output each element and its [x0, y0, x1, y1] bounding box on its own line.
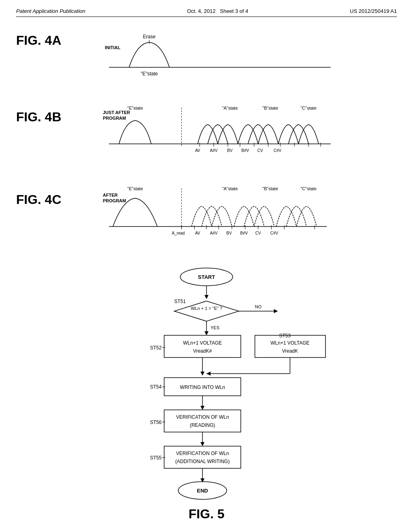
- fig5-section: START ST51 WLn + 1 = "E" ? YES NO ST53 W…: [16, 265, 397, 522]
- svg-text:WLn+1 VOLTAGE: WLn+1 VOLTAGE: [271, 340, 310, 346]
- svg-marker-60: [274, 309, 278, 313]
- svg-text:A#V: A#V: [210, 148, 218, 153]
- fig4a-section: FIG. 4A INITIAL Erase "E"state: [16, 29, 397, 85]
- svg-text:YES: YES: [211, 325, 219, 330]
- svg-text:B#V: B#V: [242, 148, 249, 153]
- fig4b-label: FIG. 4B: [16, 110, 61, 125]
- svg-text:B#V: B#V: [240, 231, 248, 235]
- svg-text:A_read: A_read: [172, 231, 185, 235]
- fig4b-diagram: "E"state "A"state "B"state "C"state: [56, 104, 339, 166]
- svg-text:"B"state: "B"state: [263, 186, 278, 191]
- svg-text:(ADDITIONAL WRITING): (ADDITIONAL WRITING): [175, 459, 230, 464]
- svg-text:ST56: ST56: [150, 420, 162, 425]
- svg-text:"A"state: "A"state: [222, 106, 238, 110]
- header-right: US 2012/250419 A1: [350, 8, 397, 14]
- svg-text:VERIFICATION OF WLn: VERIFICATION OF WLn: [176, 414, 229, 420]
- svg-text:AV: AV: [195, 148, 200, 153]
- svg-text:"C"state: "C"state: [300, 186, 317, 191]
- svg-text:"B"state: "B"state: [263, 106, 278, 110]
- svg-text:"E"state: "E"state: [127, 106, 143, 110]
- svg-text:"E"state: "E"state: [127, 186, 143, 191]
- fig4c-label: FIG. 4C: [16, 192, 61, 207]
- svg-text:START: START: [198, 274, 215, 280]
- svg-text:END: END: [197, 488, 208, 494]
- page-header: Patent Application Publication Oct. 4, 2…: [16, 8, 397, 17]
- svg-marker-57: [204, 331, 209, 335]
- header-center: Oct. 4, 2012 Sheet 3 of 4: [187, 8, 248, 14]
- svg-text:CV: CV: [257, 148, 263, 153]
- svg-marker-75: [200, 372, 204, 376]
- header-left: Patent Application Publication: [16, 8, 86, 14]
- svg-marker-88: [200, 442, 204, 446]
- svg-text:(READING): (READING): [190, 422, 215, 428]
- svg-text:VreadK#: VreadK#: [193, 348, 212, 354]
- svg-text:A#V: A#V: [210, 231, 218, 235]
- svg-text:C#V: C#V: [273, 148, 282, 153]
- svg-rect-63: [164, 335, 241, 357]
- fig4a-diagram: Erase "E"state: [56, 31, 331, 83]
- svg-text:C#V: C#V: [270, 231, 278, 235]
- svg-text:CV: CV: [255, 231, 261, 235]
- svg-rect-89: [164, 446, 241, 468]
- svg-text:ST54: ST54: [150, 384, 162, 390]
- svg-marker-52: [204, 295, 209, 299]
- svg-marker-81: [200, 406, 204, 410]
- svg-text:"E"state: "E"state: [141, 71, 158, 77]
- fig4c-diagram: "E"state "A"state "B"state "C"state: [56, 184, 339, 253]
- svg-text:VreadK: VreadK: [282, 348, 298, 354]
- fig5-label: FIG. 5: [189, 507, 225, 522]
- svg-text:Erase: Erase: [143, 34, 156, 39]
- svg-text:AV: AV: [195, 231, 200, 235]
- svg-text:"C"state: "C"state: [300, 106, 317, 110]
- fig4a-label: FIG. 4A: [16, 33, 61, 48]
- svg-text:WLn+1 VOLTAGE: WLn+1 VOLTAGE: [183, 340, 222, 346]
- svg-text:WRITING INTO WLn: WRITING INTO WLn: [180, 384, 225, 390]
- svg-text:ST53: ST53: [279, 333, 291, 339]
- svg-text:VERIFICATION OF WLn: VERIFICATION OF WLn: [176, 451, 229, 456]
- svg-text:NO: NO: [255, 304, 262, 309]
- svg-text:ST52: ST52: [150, 345, 162, 351]
- fig5-flowchart: START ST51 WLn + 1 = "E" ? YES NO ST53 W…: [81, 265, 332, 503]
- svg-rect-68: [255, 335, 325, 357]
- fig4c-section: FIG. 4C AFTER PROGRAM "E"state "A"state …: [16, 182, 397, 253]
- svg-text:ST51: ST51: [174, 299, 186, 304]
- svg-text:ST55: ST55: [150, 455, 162, 461]
- svg-text:"A"state: "A"state: [222, 186, 238, 191]
- fig4b-section: FIG. 4B JUST AFTER PROGRAM "E"state "A"s…: [16, 102, 397, 166]
- svg-text:WLn + 1 = "E" ?: WLn + 1 = "E" ?: [191, 306, 222, 311]
- svg-text:BV: BV: [226, 231, 232, 235]
- svg-rect-82: [164, 410, 241, 432]
- svg-marker-73: [206, 372, 211, 376]
- svg-text:BV: BV: [227, 148, 233, 153]
